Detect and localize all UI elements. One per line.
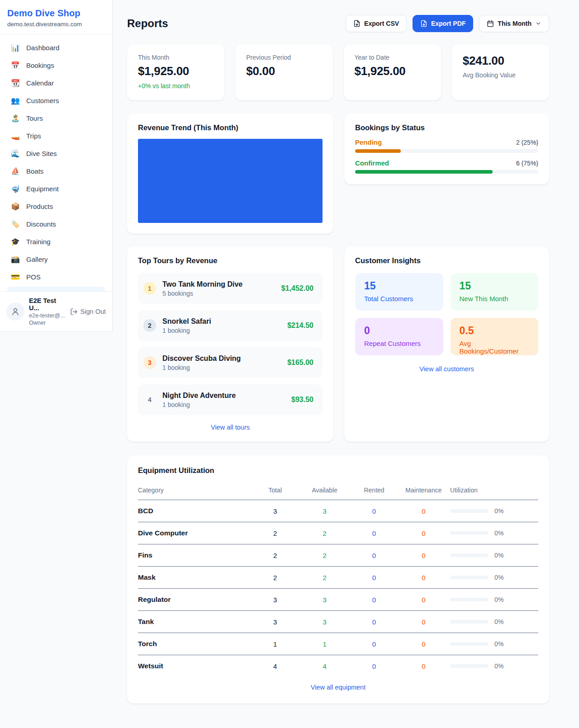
sailboat-icon: ⛵	[11, 167, 20, 175]
equipment-category: Regulator	[138, 589, 251, 611]
table-row: Torch 1 1 0 0 0%	[138, 633, 538, 655]
period-dropdown[interactable]: This Month	[479, 15, 549, 32]
column-header-category: Category	[138, 482, 251, 500]
table-row: BCD 3 3 0 0 0%	[138, 500, 538, 522]
tear-off-calendar-icon: 📆	[11, 79, 20, 87]
column-header-utilization: Utilization	[448, 482, 538, 500]
table-row: Regulator 3 3 0 0 0%	[138, 589, 538, 611]
sidebar-item-dive-sites[interactable]: 🌊 Dive Sites	[4, 145, 109, 162]
utilization-bar	[450, 553, 488, 557]
utilization-bar	[450, 598, 488, 601]
calendar-icon	[487, 20, 494, 27]
sign-out-button[interactable]: Sign Out	[70, 308, 106, 316]
header-actions: Export CSV Export PDF This Month	[346, 15, 549, 32]
sidebar-item-label: Bookings	[26, 61, 54, 69]
tour-row[interactable]: 1 Two Tank Morning Dive 5 bookings $1,45…	[138, 273, 323, 304]
equipment-rented: 0	[349, 611, 399, 633]
tour-row[interactable]: 4 Night Dive Adventure 1 booking $93.50	[138, 384, 323, 415]
active-nav-item-partial[interactable]	[7, 287, 105, 291]
sidebar-item-bookings[interactable]: 📅 Bookings	[4, 57, 109, 74]
equipment-table: CategoryTotalAvailableRentedMaintenanceU…	[138, 482, 538, 675]
utilization-bar	[450, 531, 488, 535]
equipment-category: BCD	[138, 500, 251, 522]
sidebar-item-dashboard[interactable]: 📊 Dashboard	[4, 39, 109, 57]
equipment-available: 2	[300, 522, 349, 544]
equipment-utilization-title: Equipment Utilization	[138, 466, 538, 475]
camera-flash-icon: 📸	[11, 255, 20, 264]
equipment-category: Torch	[138, 633, 251, 655]
stat-card-2: Year to Date $1,925.00	[344, 44, 441, 100]
status-bar-fill	[355, 170, 493, 174]
export-pdf-button[interactable]: Export PDF	[413, 15, 473, 32]
tour-bookings: 1 booking	[162, 401, 291, 408]
rank-badge: 2	[143, 319, 156, 332]
tour-row[interactable]: 2 Snorkel Safari 1 booking $214.50	[138, 310, 323, 341]
sidebar-item-discounts[interactable]: 🏷️ Discounts	[4, 215, 109, 233]
shop-name: Demo Dive Shop	[7, 8, 105, 19]
sidebar-item-trips[interactable]: 🚤 Trips	[4, 127, 109, 145]
stat-delta: +0% vs last month	[138, 82, 214, 90]
status-count: 6 (75%)	[516, 160, 538, 167]
sidebar-item-products[interactable]: 📦 Products	[4, 198, 109, 215]
column-header-available: Available	[300, 482, 349, 500]
equipment-available: 4	[300, 655, 349, 675]
sidebar-item-label: POS	[26, 273, 41, 281]
status-label: Confirmed	[355, 159, 389, 167]
sidebar-item-label: Discounts	[26, 220, 56, 228]
insight-value: 0	[364, 325, 434, 337]
insight-label: Avg Bookings/Customer	[460, 340, 530, 355]
equipment-maintenance: 0	[399, 633, 448, 655]
tour-amount: $1,452.00	[281, 284, 313, 293]
file-download-icon	[420, 20, 427, 27]
equipment-rented: 0	[349, 567, 399, 589]
table-row: Wetsuit 4 4 0 0 0%	[138, 655, 538, 675]
sidebar-item-calendar[interactable]: 📆 Calendar	[4, 74, 109, 92]
sidebar-item-training[interactable]: 🎓 Training	[4, 233, 109, 251]
stats-cards: This Month $1,925.00 +0% vs last month P…	[127, 44, 549, 100]
utilization-percent: 0%	[494, 640, 503, 648]
tour-row[interactable]: 3 Discover Scuba Diving 1 booking $165.0…	[138, 347, 323, 378]
sidebar-item-equipment[interactable]: 🤿 Equipment	[4, 180, 109, 198]
speedboat-icon: 🚤	[11, 132, 20, 140]
stat-value: $0.00	[246, 64, 322, 78]
bookings-by-status-title: Bookings by Status	[355, 123, 538, 132]
column-header-maintenance: Maintenance	[399, 482, 448, 500]
equipment-total: 3	[251, 589, 300, 611]
sidebar-item-label: Customers	[26, 97, 59, 104]
sidebar-item-tours[interactable]: 🏝️ Tours	[4, 109, 109, 127]
export-csv-button[interactable]: Export CSV	[346, 15, 407, 32]
sidebar-item-label: Calendar	[26, 79, 54, 87]
equipment-total: 2	[251, 544, 300, 567]
user-section: E2E Test U... e2e-tester@... Owner Sign …	[0, 291, 112, 331]
sidebar-item-customers[interactable]: 👥 Customers	[4, 92, 109, 109]
main-content: Reports Export CSV Export PDF This Month	[113, 0, 579, 704]
tour-name: Night Dive Adventure	[162, 392, 291, 400]
user-email: e2e-tester@...	[29, 312, 66, 319]
equipment-total: 3	[251, 611, 300, 633]
sidebar-item-gallery[interactable]: 📸 Gallery	[4, 251, 109, 268]
equipment-category: Mask	[138, 567, 251, 589]
view-all-customers-link[interactable]: View all customers	[355, 365, 538, 373]
status-bar-fill	[355, 149, 401, 153]
revenue-trend-chart	[138, 139, 323, 223]
sidebar-item-label: Tours	[26, 114, 43, 122]
top-tours-title: Top Tours by Revenue	[138, 256, 323, 265]
graduation-cap-icon: 🎓	[11, 237, 20, 246]
insight-value: 15	[364, 280, 434, 292]
table-row: Mask 2 2 0 0 0%	[138, 567, 538, 589]
table-row: Tank 3 3 0 0 0%	[138, 611, 538, 633]
status-item-confirmed: Confirmed 6 (75%)	[355, 159, 538, 174]
tour-amount: $165.00	[287, 359, 313, 367]
page-header: Reports Export CSV Export PDF This Month	[127, 15, 549, 32]
equipment-available: 3	[300, 611, 349, 633]
equipment-rented: 0	[349, 655, 399, 675]
user-name: E2E Test U...	[29, 297, 66, 312]
equipment-available: 1	[300, 633, 349, 655]
sidebar-item-pos[interactable]: 💳 POS	[4, 268, 109, 286]
view-all-equipment-link[interactable]: View all equipment	[138, 684, 538, 691]
view-all-tours-link[interactable]: View all tours	[138, 424, 323, 431]
utilization-bar	[450, 509, 488, 513]
sidebar-item-boats[interactable]: ⛵ Boats	[4, 162, 109, 180]
top-tours-card: Top Tours by Revenue 1 Two Tank Morning …	[127, 246, 333, 442]
tour-name: Snorkel Safari	[162, 317, 287, 326]
